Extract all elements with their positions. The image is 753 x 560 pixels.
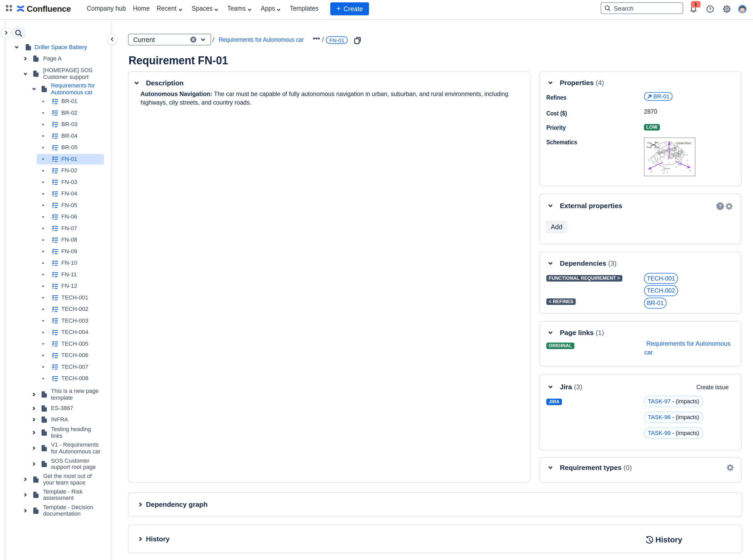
svg-text:Right: Right — [655, 146, 660, 148]
svg-text:Front: Front — [647, 146, 652, 148]
svg-text:?: ? — [719, 203, 722, 209]
svg-text:M: M — [675, 157, 677, 160]
svg-text:Cylinder Block: Cylinder Block — [676, 142, 691, 144]
svg-text:z: z — [671, 142, 672, 144]
svg-text:?: ? — [709, 7, 712, 12]
svg-text:M: M — [659, 164, 661, 167]
svg-text:Rear: Rear — [655, 141, 659, 143]
